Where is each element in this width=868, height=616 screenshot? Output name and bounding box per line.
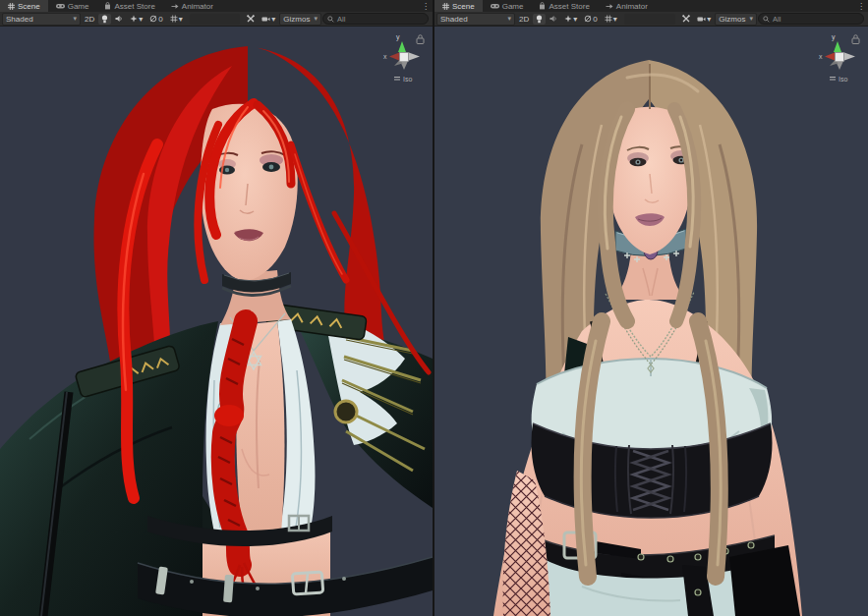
chevron-down-icon: ▾ (573, 15, 577, 24)
toggle-2d-button[interactable]: 2D (516, 14, 532, 25)
tab-bar: Scene Game Asset Store Animator ⋮ (434, 0, 868, 12)
tab-bar: Scene Game Asset Store Animator ⋮ (0, 0, 433, 12)
draw-mode-dropdown[interactable]: Shaded ▾ (436, 13, 515, 26)
scene-lighting-toggle[interactable] (98, 14, 111, 25)
scene-visibility-toggle[interactable]: 0 (146, 14, 165, 25)
toolbar-spacer (624, 14, 676, 25)
camera-icon (697, 16, 706, 23)
tab-animator[interactable]: Animator (598, 0, 656, 12)
tab-animator[interactable]: Animator (163, 0, 221, 12)
scene-toolbar: Shaded ▾ 2D ▾ 0 ▾ ▾ (0, 12, 433, 27)
tab-game[interactable]: Game (48, 0, 97, 12)
effects-star-icon (564, 15, 572, 23)
tab-asset-store[interactable]: Asset Store (96, 0, 162, 12)
grid-icon (170, 15, 178, 23)
chevron-down-icon: ▾ (73, 15, 77, 23)
axis-x-label: x (383, 53, 387, 60)
chevron-down-icon: ▾ (613, 15, 617, 24)
animator-icon (171, 3, 179, 10)
tab-label: Scene (452, 2, 475, 11)
axis-y-label: y (396, 33, 400, 41)
chevron-down-icon: ▾ (507, 15, 511, 23)
effects-dropdown[interactable]: ▾ (561, 14, 580, 25)
scene-audio-toggle[interactable] (547, 14, 560, 25)
tab-label: Game (502, 2, 524, 11)
character-render-blonde (434, 27, 868, 616)
gamepad-icon (56, 3, 65, 9)
crossed-tools-icon (682, 15, 690, 23)
tab-scene[interactable]: Scene (0, 0, 48, 12)
scene-pane-right: Scene Game Asset Store Animator ⋮ Shaded… (434, 0, 868, 616)
lightbulb-icon (536, 15, 543, 24)
effects-star-icon (130, 15, 138, 23)
search-value: All (337, 15, 345, 24)
gizmos-dropdown[interactable]: Gizmos ▾ (279, 13, 321, 26)
axis-x-label: x (819, 53, 823, 60)
tab-asset-store[interactable]: Asset Store (531, 0, 597, 12)
axis-y-label: y (832, 33, 836, 41)
pane-menu-button[interactable]: ⋮ (857, 0, 865, 12)
scene-toolbar: Shaded ▾ 2D ▾ 0 ▾ ▾ (434, 12, 868, 27)
grid-visibility-dropdown[interactable]: ▾ (602, 14, 620, 25)
tab-label: Game (68, 2, 89, 11)
chevron-down-icon: ▾ (707, 15, 711, 24)
tab-label: Animator (182, 2, 213, 11)
speaker-icon (550, 15, 557, 23)
scene-lighting-toggle[interactable] (533, 14, 546, 25)
draw-mode-label: Shaded (440, 15, 468, 24)
toggle-2d-button[interactable]: 2D (82, 14, 97, 25)
grid-icon (605, 15, 612, 23)
tab-scene[interactable]: Scene (434, 0, 483, 12)
tab-label: Scene (18, 2, 40, 11)
chevron-down-icon: ▾ (271, 15, 275, 24)
lightbulb-icon (101, 15, 108, 24)
chevron-down-icon: ▾ (139, 15, 143, 24)
character-render-redhead (0, 27, 433, 616)
crossed-tools-icon (247, 15, 255, 23)
gizmos-label: Gizmos (719, 15, 745, 24)
grid-visibility-dropdown[interactable]: ▾ (167, 14, 186, 25)
tab-label: Asset Store (549, 2, 589, 11)
search-icon (763, 16, 770, 23)
scene-orientation-gizmo[interactable]: y x Iso (381, 30, 427, 85)
scene-grid-icon (442, 3, 449, 10)
hidden-count: 0 (158, 15, 162, 24)
camera-icon (261, 16, 270, 23)
component-tools-button[interactable] (679, 14, 693, 25)
scene-pane-left: Scene Game Asset Store Animator ⋮ Shaded… (0, 0, 433, 616)
draw-mode-dropdown[interactable]: Shaded ▾ (2, 13, 81, 26)
scene-audio-toggle[interactable] (112, 14, 126, 25)
camera-settings-dropdown[interactable]: ▾ (694, 14, 714, 25)
eye-off-icon (584, 15, 592, 23)
scene-grid-icon (8, 3, 15, 10)
pane-menu-button[interactable]: ⋮ (422, 0, 430, 12)
projection-label: Iso (839, 76, 847, 83)
gamepad-icon (491, 3, 499, 9)
gizmos-label: Gizmos (283, 15, 310, 24)
scene-search-field[interactable]: All (758, 13, 864, 25)
eye-off-icon (149, 15, 157, 23)
tab-game[interactable]: Game (483, 0, 532, 12)
draw-mode-label: Shaded (6, 15, 33, 24)
projection-label: Iso (403, 76, 412, 83)
chevron-down-icon: ▾ (179, 15, 183, 24)
shopping-bag-icon (104, 2, 111, 10)
search-icon (327, 16, 334, 23)
component-tools-button[interactable] (244, 14, 258, 25)
scene-viewport[interactable]: y x Iso (434, 27, 868, 616)
hidden-count: 0 (593, 15, 597, 24)
scene-search-field[interactable]: All (322, 13, 429, 25)
speaker-icon (115, 15, 123, 23)
shopping-bag-icon (539, 2, 546, 10)
scene-orientation-gizmo[interactable]: y x Iso (817, 30, 862, 85)
gizmos-dropdown[interactable]: Gizmos ▾ (715, 13, 757, 26)
effects-dropdown[interactable]: ▾ (127, 14, 145, 25)
chevron-down-icon: ▾ (314, 15, 318, 23)
chevron-down-icon: ▾ (749, 15, 753, 23)
camera-settings-dropdown[interactable]: ▾ (259, 14, 278, 25)
scene-visibility-toggle[interactable]: 0 (581, 14, 600, 25)
animator-icon (606, 3, 613, 10)
tab-label: Animator (616, 2, 648, 11)
search-value: All (773, 15, 781, 24)
scene-viewport[interactable]: y x Iso (0, 27, 433, 616)
